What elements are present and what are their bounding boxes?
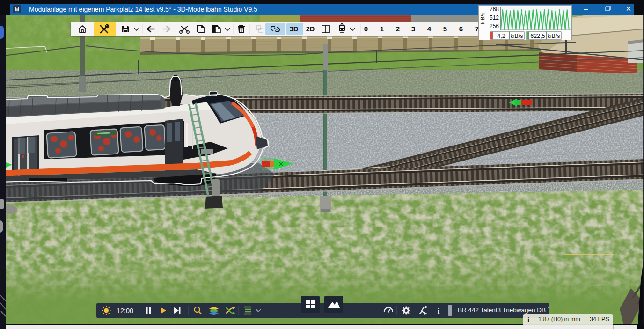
svg-text:kiB/s: kiB/s [547,33,560,39]
svg-text:4: 4 [427,25,432,33]
svg-text:5: 5 [443,25,447,33]
svg-text:4,2: 4,2 [497,33,505,39]
svg-text:kiB/s: kiB/s [480,12,485,24]
svg-text:2D: 2D [306,25,315,33]
svg-text:kiB/s: kiB/s [510,33,523,39]
svg-text:12:00: 12:00 [117,307,133,314]
svg-text:622,5: 622,5 [530,33,545,39]
svg-text:3: 3 [411,25,415,33]
svg-text:i: i [438,307,440,315]
svg-text:256: 256 [490,23,499,29]
svg-text:6: 6 [459,25,463,33]
svg-text:0: 0 [364,25,368,33]
svg-text:512: 512 [490,15,499,21]
svg-text:3D: 3D [290,25,299,33]
svg-text:768: 768 [490,6,499,13]
svg-text:1: 1 [380,25,384,33]
svg-text:2: 2 [396,25,400,33]
